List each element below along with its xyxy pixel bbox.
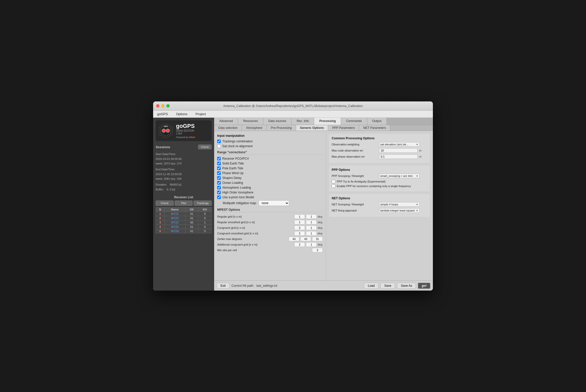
tab2-generic-options[interactable]: Generic Options <box>296 125 328 131</box>
mpest-input-v1[interactable] <box>289 237 299 241</box>
receiver-list-title: Receiver List <box>156 195 212 199</box>
range-correction-checkbox[interactable] <box>217 186 221 189</box>
mpest-input-v2[interactable] <box>306 214 317 219</box>
mpest-input-v1[interactable] <box>294 214 305 219</box>
tab-output[interactable]: Output <box>367 118 387 125</box>
tab-advanced[interactable]: Advanced <box>214 118 238 125</box>
duration-row: Duration: 86400 [s] <box>156 182 212 187</box>
app-name: goGPS <box>176 123 195 129</box>
mpest-input-v2[interactable] <box>306 231 317 236</box>
multipath-dropdown[interactable]: none <box>259 200 289 206</box>
range-correction-label: High Order Ionosphere <box>222 191 253 194</box>
range-correction-row: Pole Earth Tide <box>217 167 323 170</box>
ppp-options-section: PPP Options PPP Snooping / Reweight smar… <box>329 165 430 191</box>
range-correction-checkbox[interactable] <box>217 176 221 180</box>
net-options-section: NET Options NET Snooping / Reweight simp… <box>329 194 430 217</box>
mpest-input-v3[interactable] <box>312 237 323 241</box>
mpest-title: MPEST Options <box>217 208 323 212</box>
exit-button[interactable]: Exit <box>217 283 229 289</box>
row-name[interactable]: WTZ2 <box>165 220 185 224</box>
content-area: Input manipulation Trackings combination… <box>214 131 433 280</box>
tab-rec-info[interactable]: Rec. Info <box>291 118 314 125</box>
ppp-snooping-dropdown[interactable]: smart_snooping + arc trim ▼ <box>379 174 420 178</box>
range-correction-checkbox[interactable] <box>217 157 221 160</box>
tab-processing[interactable]: Processing <box>314 118 341 125</box>
ppp-fix-ambiguity-checkbox[interactable] <box>332 180 335 183</box>
mpest-input-v1[interactable] <box>312 248 323 252</box>
trackings-combination-checkbox[interactable] <box>217 140 221 143</box>
logo-area: GPS goGPS GReD EDITION 1.0b7 Powered by … <box>156 120 212 141</box>
menu-project[interactable]: Project <box>194 112 207 116</box>
range-corrections-title: Range "corrections" <box>217 150 323 155</box>
tabs-row2: Data selection Atmosphere Pre-Processing… <box>214 125 433 131</box>
range-correction-checkbox[interactable] <box>217 167 221 170</box>
row-ko: 0 <box>198 224 212 229</box>
observation-weighting-row: Observation weighting sat elevation (sin… <box>332 142 427 147</box>
tab2-pre-processing[interactable]: Pre-Processing <box>267 125 296 131</box>
row-name[interactable]: WTZZ <box>165 212 185 216</box>
main-content: GPS goGPS GReD EDITION 1.0b7 Powered by … <box>153 118 433 291</box>
mpest-input-v1[interactable] <box>294 220 305 224</box>
menu-gogps[interactable]: goGPS <box>156 112 169 116</box>
tab2-ppp-parameters[interactable]: PPP Parameters <box>328 125 359 131</box>
mpest-input-v2[interactable] <box>306 242 317 247</box>
zoom-button[interactable] <box>166 104 170 108</box>
save-as-button[interactable]: Save As <box>397 283 416 289</box>
mpest-input-v2[interactable] <box>306 220 317 224</box>
tab-resources[interactable]: Resources <box>238 118 263 125</box>
net-snooping-arrow-icon: ▼ <box>416 203 418 206</box>
range-correction-checkbox[interactable] <box>217 162 221 165</box>
net-snooping-dropdown[interactable]: simple 4 loops ▼ <box>379 202 420 207</box>
max-code-err-input[interactable] <box>379 148 418 153</box>
obs-weight-label: Observation weighting <box>332 143 377 146</box>
svg-point-3 <box>166 129 170 132</box>
range-correction-checkbox[interactable] <box>217 171 221 175</box>
row-ok: 60 <box>185 220 198 224</box>
powered-label: Powered by GReD <box>176 136 195 139</box>
left-column: Input manipulation Trackings combination… <box>214 131 326 280</box>
range-correction-checkbox[interactable] <box>217 191 221 194</box>
row-name[interactable]: WTZ3 <box>165 224 185 229</box>
sidebar: GPS goGPS GReD EDITION 1.0b7 Powered by … <box>153 118 214 291</box>
traffic-lights <box>156 104 170 108</box>
mpest-input-v1[interactable] <box>294 225 305 230</box>
save-button[interactable]: Save <box>380 283 395 289</box>
range-correction-checkbox[interactable] <box>217 195 221 199</box>
mpest-input-v2[interactable] <box>300 237 311 241</box>
tab2-atmosphere[interactable]: Atmosphere <box>242 125 267 131</box>
range-correction-checkbox[interactable] <box>217 181 221 185</box>
mpest-input-v1[interactable] <box>294 242 305 247</box>
tab-data-sources[interactable]: Data sources <box>263 118 292 125</box>
go-button[interactable]: go! <box>418 283 430 289</box>
minimize-button[interactable] <box>161 104 165 108</box>
sat-clock-checkbox[interactable] <box>217 144 221 148</box>
net-snooping-label: NET Snooping / Reweight <box>332 203 377 206</box>
tab2-data-selection[interactable]: Data selection <box>214 125 242 131</box>
dropdown-arrow-icon: ▼ <box>416 143 418 146</box>
max-phase-err-input[interactable] <box>379 154 418 159</box>
receiver-trackings-button[interactable]: Trackings <box>194 201 212 206</box>
tab-commands[interactable]: Commands <box>341 118 367 125</box>
sessions-check-button[interactable]: Check <box>198 145 212 149</box>
close-button[interactable] <box>156 104 159 108</box>
row-name[interactable]: WTZS <box>165 216 185 220</box>
max-phase-err-unit: m <box>419 155 421 158</box>
range-correction-row: Use a-priori Iono Model <box>217 195 323 199</box>
row-name[interactable]: WTZA <box>165 229 185 233</box>
multipath-row: Multipath mitigation map: none <box>217 200 323 206</box>
single-freq-checkbox[interactable] <box>332 184 335 188</box>
range-correction-row: Solid Earth Tide <box>217 162 323 165</box>
tab2-net-parameters[interactable]: NET Parameters <box>359 125 390 131</box>
trackings-combination-label: Trackings combination <box>222 140 253 143</box>
receiver-check-button[interactable]: Check <box>156 201 174 206</box>
receiver-section: Receiver List Check Plot Trackings N Nam… <box>156 195 212 233</box>
mpest-input-v2[interactable] <box>306 225 317 230</box>
table-row: 2 WTZS 61 0 <box>156 216 212 220</box>
load-button[interactable]: Load <box>364 283 378 289</box>
mpest-row: Regular smoothed grid [n x m] deg <box>217 220 323 224</box>
mpest-input-v1[interactable] <box>294 231 305 236</box>
net-fixing-dropdown[interactable]: lambda integer least square ▼ <box>379 208 420 213</box>
menu-options[interactable]: Options <box>174 112 189 116</box>
obs-weight-dropdown[interactable]: sat elevation (sin) de... ▼ <box>379 142 420 147</box>
receiver-plot-button[interactable]: Plot <box>175 201 193 206</box>
